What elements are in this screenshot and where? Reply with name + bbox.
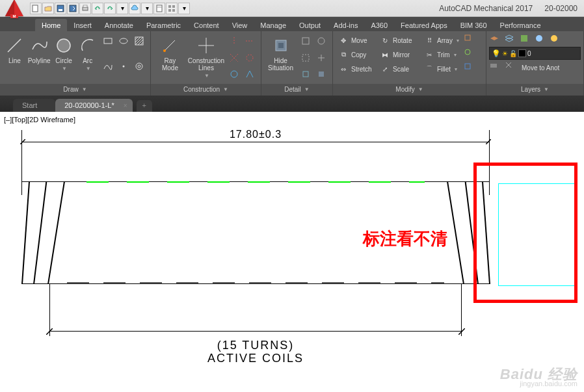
cline-h-icon[interactable] [227, 34, 241, 48]
svg-rect-2 [33, 5, 38, 12]
tab-manage[interactable]: Manage [254, 19, 293, 31]
scale-button[interactable]: ⤢Scale [377, 62, 421, 76]
array-button[interactable]: ⠿Array▾ [421, 33, 463, 47]
qat-sheet-icon[interactable] [153, 3, 165, 14]
cline-v-icon[interactable] [243, 34, 257, 48]
tab-home[interactable]: Home [35, 19, 67, 31]
tab-output[interactable]: Output [293, 19, 327, 31]
qat-customize-icon[interactable]: ▾ [178, 3, 190, 14]
panel-layers-title[interactable]: Layers▼ [486, 84, 583, 96]
qat-workspace-icon[interactable] [166, 3, 178, 14]
tab-annotate[interactable]: Annotate [98, 19, 140, 31]
hatch-icon[interactable] [132, 34, 146, 48]
new-tab-button[interactable]: + [137, 100, 152, 112]
qat-saveas-icon[interactable] [67, 3, 79, 14]
line-icon [4, 35, 25, 56]
panel-draw-title[interactable]: Draw▼ [0, 84, 150, 96]
polyline-button[interactable]: Polyline [28, 34, 51, 83]
svg-rect-33 [278, 43, 284, 48]
tab-addins[interactable]: Add-ins [327, 19, 364, 31]
panel-construction-title[interactable]: Construction▼ [151, 84, 261, 96]
layer-iso-icon[interactable] [519, 33, 532, 46]
svg-rect-45 [490, 64, 497, 68]
app-icon[interactable]: M [3, 0, 26, 20]
layer-prop-icon[interactable] [489, 33, 502, 46]
move-to-layer-button[interactable]: Move to Anot [519, 60, 581, 75]
ellipse-icon[interactable] [116, 34, 131, 48]
point-icon[interactable] [116, 59, 131, 73]
tab-performance[interactable]: Performance [494, 19, 548, 31]
rotate-button[interactable]: ↻Rotate [377, 33, 421, 47]
tab-insert[interactable]: Insert [67, 19, 98, 31]
sun-icon: ☀ [502, 50, 508, 57]
qat-open-icon[interactable] [42, 3, 54, 14]
ray-icon [159, 35, 180, 56]
layer-freeze-icon[interactable] [534, 33, 547, 46]
detail-f-icon[interactable] [314, 67, 328, 81]
viewport-state[interactable]: [–][Top][2D Wireframe] [4, 116, 75, 124]
fillet-button[interactable]: ⌒Fillet▾ [421, 62, 463, 76]
copy-button[interactable]: ⧉Copy [336, 47, 377, 62]
arc-button[interactable]: Arc▼ [77, 34, 98, 83]
detail-c-icon[interactable] [299, 51, 313, 65]
qat-redo-icon[interactable] [104, 3, 116, 14]
svg-point-35 [318, 38, 325, 44]
spline-icon[interactable] [101, 59, 115, 73]
modify-ext-b-icon[interactable] [463, 47, 475, 62]
watermark: Baidu 经验 jingyan.baidu.com [500, 370, 577, 388]
line-button[interactable]: Line [4, 34, 25, 83]
qat-save-icon[interactable] [55, 3, 66, 14]
arc-icon [77, 35, 98, 56]
qat-plot-icon[interactable] [79, 3, 91, 14]
cline-hole-icon[interactable] [227, 67, 241, 81]
tab-a360[interactable]: A360 [364, 19, 394, 31]
ribbon: Line Polyline Circle▼ Arc▼ Draw▼ Ray Mod… [0, 31, 584, 96]
make-current-icon[interactable] [489, 60, 502, 73]
tab-parametric[interactable]: Parametric [140, 19, 187, 31]
move-button[interactable]: ✥Move [336, 33, 377, 47]
qat-undo-icon[interactable] [92, 3, 103, 14]
stretch-icon: ⇔ [338, 64, 349, 74]
xline-icon [196, 35, 217, 56]
cline-circle-icon[interactable] [243, 51, 257, 65]
match-icon[interactable] [504, 60, 517, 73]
trim-button[interactable]: ✂Trim▾ [421, 47, 463, 62]
file-tab-active[interactable]: 20-020000-1-L*× [55, 99, 132, 112]
panel-modify-title[interactable]: Modify▼ [333, 84, 486, 96]
qat-new-icon[interactable] [30, 3, 42, 14]
stretch-button[interactable]: ⇔Stretch [336, 62, 377, 76]
close-icon[interactable]: × [124, 102, 127, 109]
qat-dropdown2-icon[interactable]: ▾ [141, 3, 153, 14]
drawing-canvas[interactable]: [–][Top][2D Wireframe] 17.80±0.3 [0, 112, 584, 392]
detail-a-icon[interactable] [299, 34, 313, 48]
ray-mode-button[interactable]: Ray Mode [155, 34, 185, 83]
panel-detail-title[interactable]: Detail▼ [261, 84, 332, 96]
layer-off-icon[interactable] [549, 33, 562, 46]
mirror-button[interactable]: ⧓Mirror [377, 47, 421, 62]
modify-ext-a-icon[interactable] [463, 33, 475, 47]
circle-button[interactable]: Circle▼ [53, 34, 75, 83]
tab-content[interactable]: Content [187, 19, 226, 31]
misc-draw-icon[interactable] [132, 59, 146, 73]
file-tab-start[interactable]: Start [13, 99, 55, 112]
modify-ext-c-icon[interactable] [463, 62, 475, 76]
svg-line-46 [20, 139, 25, 144]
detail-e-icon[interactable] [299, 67, 313, 81]
hide-situation-button[interactable]: Hide Situation [265, 34, 296, 83]
tab-bim360[interactable]: BIM 360 [454, 19, 494, 31]
qat-dropdown-icon[interactable]: ▾ [116, 3, 128, 14]
rectangle-icon[interactable] [101, 34, 115, 48]
tab-featured[interactable]: Featured Apps [394, 19, 454, 31]
svg-rect-7 [83, 5, 87, 7]
svg-line-29 [230, 54, 238, 62]
cline-cross-icon[interactable] [227, 51, 241, 65]
qat-cloud-icon[interactable] [129, 3, 140, 14]
tab-view[interactable]: View [226, 19, 254, 31]
layer-selector[interactable]: 💡 ☀ 🔓 0 [489, 47, 581, 60]
detail-d-icon[interactable] [314, 51, 328, 65]
layer-states-icon[interactable] [504, 33, 517, 46]
construction-lines-button[interactable]: Construction Lines▼ [188, 34, 224, 83]
svg-line-22 [165, 40, 175, 51]
cline-proj-icon[interactable] [243, 67, 257, 81]
detail-b-icon[interactable] [314, 34, 328, 48]
